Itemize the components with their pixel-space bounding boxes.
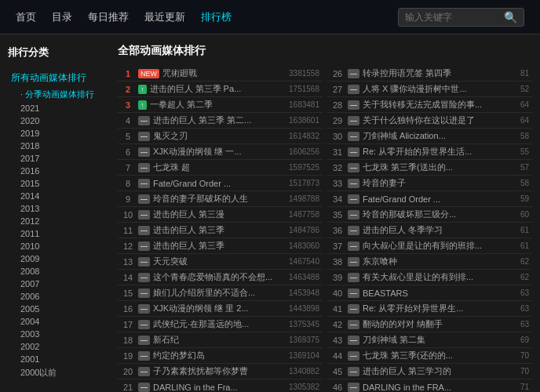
sidebar-all-ranking[interactable]: 所有动画媒体排行: [8, 69, 110, 87]
rank-title[interactable]: Re: 从零开始对异世界生...: [363, 303, 488, 314]
rank-number: 30: [330, 132, 345, 141]
rank-title[interactable]: BEASTARS: [363, 289, 488, 298]
rank-number: 13: [121, 257, 135, 267]
rank-title[interactable]: XJK动漫的纲领 继 一...: [153, 146, 279, 158]
rank-title[interactable]: 七龙珠 第三季(送出的...: [363, 162, 488, 173]
sidebar-year-2020[interactable]: 2020: [8, 114, 110, 127]
rank-title[interactable]: DARLING in the FRA...: [363, 383, 488, 392]
rank-number: 20: [121, 367, 135, 376]
nav-home[interactable]: 首页: [16, 7, 36, 27]
rank-title[interactable]: 进击的巨人 第三季 Pa...: [150, 83, 279, 95]
rank-score: 63: [491, 289, 529, 297]
search-box: 🔍: [398, 8, 524, 27]
rank-title[interactable]: 向大叔心里是让的有到的班排...: [363, 240, 488, 252]
rank-title[interactable]: 七龙珠 超: [153, 162, 279, 173]
rank-title[interactable]: 天元突破: [153, 256, 279, 267]
sidebar-year-2015[interactable]: 2015: [8, 177, 110, 190]
rank-title[interactable]: 转录控用语咒签 第四季: [363, 67, 488, 79]
sidebar-year-2000[interactable]: 2000以前: [8, 365, 110, 380]
rank-title[interactable]: 新石纪: [153, 334, 279, 346]
rank-tag: —: [348, 336, 359, 345]
rank-tag: —: [138, 163, 150, 172]
rank-title[interactable]: 武侠纪元·在那遥远的地...: [153, 318, 279, 330]
rank-score: 1305382: [282, 383, 319, 391]
sidebar-year-2001[interactable]: 2001: [8, 353, 110, 365]
table-row: 16—XJK动漫的纲领 继 里 2...1443898: [118, 301, 323, 317]
rank-title[interactable]: 关于什么独特你在这以进是了: [363, 114, 488, 126]
sidebar-year-2003[interactable]: 2003: [8, 328, 110, 340]
sidebar-year-2021[interactable]: 2021: [8, 102, 110, 114]
sidebar-year-2002[interactable]: 2002: [8, 340, 110, 353]
rank-title[interactable]: 东京喰种: [363, 256, 488, 267]
table-row: 1NEW咒術廻戰3381558: [118, 66, 323, 82]
rank-title[interactable]: Fate/Grand Order ...: [153, 179, 279, 188]
sidebar-year-2007[interactable]: 2007: [8, 278, 110, 290]
rank-title[interactable]: 进击的巨人 冬季学习: [363, 224, 488, 236]
table-row: 20—子乃素素扰扰都等你梦曹1340882: [118, 364, 323, 379]
sidebar-year-2018[interactable]: 2018: [8, 140, 110, 152]
rank-title[interactable]: 一拳超人 第二季: [150, 99, 279, 111]
rank-title[interactable]: 有关大叔心里是让的有到排...: [363, 271, 488, 283]
table-row: 38—东京喰种62: [327, 254, 532, 270]
rank-number: 44: [330, 351, 345, 361]
sidebar-year-2013[interactable]: 2013: [8, 202, 110, 215]
rank-number: 6: [121, 147, 135, 157]
sidebar-year-2010[interactable]: 2010: [8, 240, 110, 252]
rank-title[interactable]: 子乃素素扰扰都等你梦曹: [153, 365, 279, 377]
rank-title[interactable]: Fate/Grand Order ...: [363, 194, 488, 204]
rank-number: 37: [330, 241, 345, 251]
sidebar-year-2008[interactable]: 2008: [8, 265, 110, 278]
rank-title[interactable]: 翻动的的对对 纳翻手: [363, 318, 488, 330]
rank-score: 61: [491, 226, 529, 234]
rank-tag: —: [348, 163, 359, 172]
rank-title[interactable]: 玲音的妻子那破坏的人生: [153, 193, 279, 205]
sidebar-year-2017[interactable]: 2017: [8, 152, 110, 165]
nav-recent[interactable]: 最近更新: [144, 7, 185, 27]
right-column: 26—转录控用语咒签 第四季8127—人将 X 骤你动漫折树中世...5228—…: [327, 66, 532, 392]
rank-title[interactable]: 进击的巨人 第三季: [153, 224, 279, 236]
rank-title[interactable]: 娘们儿介绍所里的不适合...: [153, 287, 279, 299]
rank-score: 61: [491, 241, 529, 250]
sidebar-year-2012[interactable]: 2012: [8, 215, 110, 227]
rank-title[interactable]: 约定的梦幻岛: [153, 350, 279, 361]
sidebar-year-2004[interactable]: 2004: [8, 315, 110, 328]
table-row: 7—七龙珠 超1597525: [118, 160, 323, 176]
rank-title[interactable]: 进击的巨人 第三季 第二...: [153, 114, 279, 126]
search-icon[interactable]: 🔍: [504, 11, 517, 24]
rank-title[interactable]: 七龙珠 第三季(还的的...: [363, 350, 488, 361]
sidebar-year-2006[interactable]: 2006: [8, 290, 110, 303]
rank-title[interactable]: 进击的巨人 第三漫: [153, 209, 279, 220]
search-input[interactable]: [405, 12, 499, 23]
rank-title[interactable]: 咒術廻戰: [162, 67, 279, 79]
rank-score: 1443898: [282, 304, 319, 313]
rank-title[interactable]: 刀剑神域 第二集: [363, 334, 488, 346]
rank-title[interactable]: XJK动漫的纲领 继 里 2...: [153, 303, 279, 314]
rank-title[interactable]: Re: 从零开始的异世界生活...: [363, 146, 488, 158]
rank-title[interactable]: 刀剑神域 Alicization...: [363, 130, 488, 142]
rank-score: 1487758: [282, 210, 319, 219]
nav-daily[interactable]: 每日推荐: [88, 7, 129, 27]
sidebar-year-2019[interactable]: 2019: [8, 127, 110, 140]
sidebar-year-2014[interactable]: 2014: [8, 190, 110, 202]
sidebar-year-2005[interactable]: 2005: [8, 303, 110, 315]
rank-number: 40: [330, 289, 345, 298]
rank-title[interactable]: 人将 X 骤你动漫折树中世...: [363, 83, 488, 95]
nav-ranking[interactable]: 排行榜: [201, 7, 232, 27]
table-row: 5—鬼灭之刃1614832: [118, 129, 323, 144]
sidebar-season-ranking[interactable]: · 分季动画媒体排行: [8, 87, 110, 102]
sidebar-year-2016[interactable]: 2016: [8, 165, 110, 177]
rank-title[interactable]: 进击的巨人 第三学习的: [363, 365, 488, 377]
sidebar-year-2009[interactable]: 2009: [8, 252, 110, 265]
rank-title[interactable]: 进击的巨人 第三季: [153, 240, 279, 252]
rank-title[interactable]: 关于我转移无法完成冒险的事...: [363, 99, 488, 111]
rank-title[interactable]: 这个青春恋爱物语真的不会想...: [153, 271, 279, 283]
rank-title[interactable]: 玲音的妻子: [363, 177, 488, 189]
rank-title[interactable]: 鬼灭之刃: [153, 130, 279, 142]
sidebar-year-2011[interactable]: 2011: [8, 227, 110, 240]
rank-number: 11: [121, 226, 135, 235]
nav-catalog[interactable]: 目录: [52, 7, 72, 27]
rank-title[interactable]: DARLING in the Fra...: [153, 383, 279, 392]
rank-tag: —: [348, 179, 359, 188]
rank-title[interactable]: 玲音的那破坏那三级分...: [363, 209, 488, 220]
rank-score: 1453948: [282, 289, 319, 297]
